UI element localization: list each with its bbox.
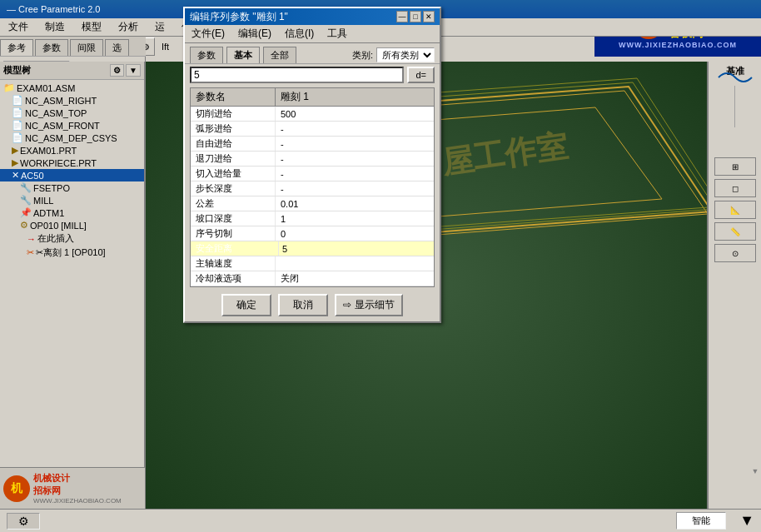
filter-select[interactable]: 所有类别	[376, 47, 435, 62]
left-tab-params[interactable]: 参数	[35, 39, 68, 56]
tree-item-carve[interactable]: ✂ ✂离刻 1 [OP010]	[0, 246, 144, 260]
search-input[interactable]	[190, 67, 404, 83]
table-cell-value-input[interactable]	[279, 241, 434, 256]
tree-settings[interactable]: ⚙	[110, 64, 124, 77]
model-tree-label: 模型树	[3, 64, 31, 77]
tree-item-nc-front[interactable]: 📄 NC_ASM_FRONT	[0, 119, 144, 132]
table-cell-name: 安全距离	[191, 241, 279, 256]
table-cell-name: 退刀进给	[191, 152, 276, 166]
tree-item-nc-dep-csys[interactable]: 📄 NC_ASM_DEP_CSYS	[0, 132, 144, 144]
tree-item-adtm1[interactable]: 📌 ADTM1	[0, 206, 144, 219]
table-cell-name: 坡口深度	[191, 211, 276, 226]
table-cell-value: -	[276, 167, 434, 181]
table-cell-value: -	[276, 122, 434, 136]
model-tree-title: 模型树 ⚙ ▼	[0, 62, 144, 80]
rt-btn-5[interactable]: ⊙	[714, 244, 756, 262]
dialog-buttons: 确定 取消 ⇨ 显示细节	[185, 289, 440, 321]
tree-item-ac50[interactable]: ✕ AC50	[0, 169, 144, 181]
table-cell-value: 0.01	[276, 196, 434, 211]
table-cell-value: 0	[276, 226, 434, 241]
table-cell-name: 主轴速度	[191, 256, 276, 271]
dialog-menu-info[interactable]: 信息(I)	[281, 26, 317, 42]
menu-file[interactable]: 文件	[3, 18, 33, 36]
menu-manufacture[interactable]: 制造	[40, 18, 70, 36]
table-cell-name: 自由进给	[191, 137, 276, 151]
dialog-menu-tools[interactable]: 工具	[324, 26, 351, 42]
table-cell-name: 序号切制	[191, 226, 276, 241]
tree-item-insert[interactable]: → 在此插入	[0, 231, 144, 246]
left-tab-ref[interactable]: 参考	[0, 39, 33, 56]
ok-button[interactable]: 确定	[221, 294, 271, 316]
dialog: 编辑序列参数 "雕刻 1" — □ ✕ 文件(E) 编辑(E) 信息(I) 工具…	[183, 7, 441, 323]
tree-item-nc-right[interactable]: 📄 NC_ASM_RIGHT	[0, 94, 144, 107]
dialog-tab-params[interactable]: 参数	[190, 47, 223, 63]
dialog-minimize[interactable]: —	[396, 11, 408, 22]
dialog-table: 参数名 雕刻 1 切削进给500弧形进给-自由进给-退刀进给-切入进给量-步长深…	[190, 87, 435, 287]
left-tab-limit[interactable]: 间限	[70, 39, 103, 56]
left-tab-sel[interactable]: 选	[105, 39, 129, 56]
table-cell-value	[276, 256, 434, 271]
filter-label: 类别:	[352, 49, 373, 62]
right-toolbar: 基准 ⊞ ◻ 📐 📏 ⊙ ▼	[707, 62, 761, 509]
tree-item-exam01[interactable]: 📁 EXAM01.ASM	[0, 82, 144, 94]
table-row[interactable]: 切削进给500	[191, 107, 434, 122]
dialog-menubar: 文件(E) 编辑(E) 信息(I) 工具	[185, 25, 440, 43]
tree-item-nc-top[interactable]: 📄 NC_ASM_TOP	[0, 107, 144, 119]
status-mode: 智能	[676, 512, 726, 530]
table-row[interactable]: 弧形进给-	[191, 122, 434, 137]
menu-run[interactable]: 运	[150, 18, 170, 36]
tree-item-exam01-prt[interactable]: ▶ EXAM01.PRT	[0, 144, 144, 157]
cancel-button[interactable]: 取消	[278, 294, 328, 316]
tree-item-fsetpo[interactable]: 🔧 FSETPO	[0, 181, 144, 194]
dialog-menu-edit[interactable]: 编辑(E)	[235, 26, 275, 42]
tree-item-workpiece[interactable]: ▶ WORKPIECE.PRT	[0, 157, 144, 169]
dialog-tab-all[interactable]: 全部	[263, 47, 296, 63]
table-row[interactable]: 坡口深度1	[191, 211, 434, 226]
table-row[interactable]: 退刀进给-	[191, 152, 434, 167]
tree-item-mill[interactable]: 🔧 MILL	[0, 194, 144, 206]
table-cell-name: 步长深度	[191, 181, 276, 196]
table-row[interactable]: 自由进给-	[191, 137, 434, 152]
dialog-menu-file[interactable]: 文件(E)	[188, 26, 228, 42]
table-row[interactable]: 序号切制0	[191, 226, 434, 241]
rt-btn-2[interactable]: ◻	[714, 179, 756, 197]
search-button[interactable]: d=	[407, 67, 435, 83]
table-header: 参数名 雕刻 1	[191, 88, 434, 107]
dialog-tabs-row: 参数 基本 全部 类别: 所有类别	[185, 43, 440, 63]
table-row[interactable]: 安全距离	[191, 241, 434, 256]
menu-analysis[interactable]: 分析	[113, 18, 143, 36]
detail-button[interactable]: ⇨ 显示细节	[335, 294, 402, 316]
rt-btn-4[interactable]: 📏	[714, 222, 756, 241]
table-cell-name: 切入进给量	[191, 167, 276, 181]
table-row[interactable]: 公差0.01	[191, 196, 434, 211]
menu-model[interactable]: 模型	[77, 18, 107, 36]
bottom-logo-icon: 机	[3, 475, 30, 502]
dialog-title-buttons: — □ ✕	[396, 11, 435, 22]
status-icon-right: ▼	[739, 512, 754, 530]
table-body: 切削进给500弧形进给-自由进给-退刀进给-切入进给量-步长深度-公差0.01坡…	[191, 107, 434, 286]
table-row[interactable]: 冷却液选项关闭	[191, 271, 434, 286]
table-row[interactable]: 切入进给量-	[191, 167, 434, 181]
app-title: — Cree Parametric 2.0	[7, 4, 100, 14]
bottom-logo-text1: 机械设计	[33, 472, 122, 485]
tree-expand[interactable]: ▼	[126, 64, 141, 77]
table-row[interactable]: 主轴速度	[191, 256, 434, 271]
status-bar: ⚙ 智能 ▼	[0, 509, 761, 532]
dialog-search-row: d=	[185, 63, 440, 86]
rt-btn-3[interactable]: 📐	[714, 201, 756, 219]
table-cell-value: -	[276, 137, 434, 151]
dialog-close[interactable]: ✕	[423, 11, 435, 22]
dialog-maximize[interactable]: □	[410, 11, 421, 22]
bottom-logo-text2: 招标网	[33, 485, 122, 497]
cell-input[interactable]	[279, 242, 434, 256]
table-cell-value: 关闭	[276, 271, 434, 286]
right-label: ▼	[751, 467, 759, 475]
col-header-value: 雕刻 1	[276, 88, 434, 106]
model-tree-content: 📁 EXAM01.ASM 📄 NC_ASM_RIGHT 📄 NC_ASM_TOP…	[0, 80, 144, 460]
dialog-tab-basic[interactable]: 基本	[226, 47, 260, 63]
logo-url: WWW.JIXIEZHAOBIAO.COM	[619, 41, 737, 49]
table-row[interactable]: 步长深度-	[191, 181, 434, 196]
tree-item-op010[interactable]: ⚙ OP010 [MILL]	[0, 219, 144, 231]
rt-btn-1[interactable]: ⊞	[714, 157, 756, 176]
bottom-logo-strip: 机 机械设计 招标网 WWW.JIXIEZHAOBIAO.COM	[0, 467, 146, 509]
